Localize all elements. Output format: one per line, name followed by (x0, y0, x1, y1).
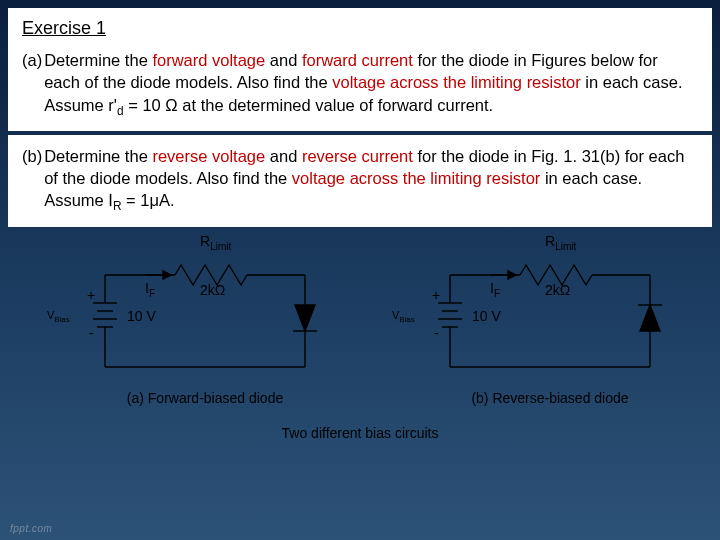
footer-logo: fppt.com (10, 523, 52, 534)
pa-s2: and (265, 51, 302, 69)
part-b-box: (b) Determine the reverse voltage and re… (8, 135, 712, 227)
ca-minus: - (89, 325, 94, 341)
pa-h2: forward current (302, 51, 413, 69)
ca-plus: + (87, 287, 95, 303)
pa-s1: Determine the (44, 51, 152, 69)
diagram-bottom-caption: Two different bias circuits (0, 425, 720, 441)
ca-rvalue: 2kΩ (200, 282, 225, 298)
cb-vbias: VBias (392, 309, 415, 324)
exercise-header-box: Exercise 1 (a) Determine the forward vol… (8, 8, 712, 131)
pb-s1: Determine the (44, 147, 152, 165)
pb-h3: voltage across the limiting resistor (292, 169, 541, 187)
part-b: (b) Determine the reverse voltage and re… (22, 145, 698, 215)
ca-vbias: VBias (47, 309, 70, 324)
svg-marker-9 (295, 305, 315, 331)
cb-rvalue: 2kΩ (545, 282, 570, 298)
svg-marker-14 (163, 271, 171, 279)
svg-marker-29 (508, 271, 516, 279)
pa-h3: voltage across the limiting resistor (332, 73, 581, 91)
circuit-a-svg (45, 235, 355, 395)
pb-s2: and (265, 147, 302, 165)
circuit-diagrams: RLimit IF 2kΩ 10 V + - VBias (a) Forward… (0, 227, 720, 487)
cb-minus: - (434, 325, 439, 341)
ca-rlimit: RLimit (200, 233, 231, 252)
circuit-b-svg (390, 235, 700, 395)
ca-caption: (a) Forward-biased diode (105, 390, 305, 406)
pb-h2: reverse current (302, 147, 413, 165)
pa-sub1: d (117, 104, 124, 118)
ca-voltage: 10 V (127, 308, 156, 324)
cb-caption: (b) Reverse-biased diode (450, 390, 650, 406)
cb-if: IF (490, 280, 500, 299)
pa-s5: = 10 Ω at the determined value of forwar… (124, 96, 494, 114)
pb-h1: reverse voltage (152, 147, 265, 165)
part-b-body: Determine the reverse voltage and revers… (44, 145, 698, 215)
cb-rlimit: RLimit (545, 233, 576, 252)
pb-sub1: R (113, 200, 122, 214)
circuit-a: RLimit IF 2kΩ 10 V + - VBias (a) Forward… (45, 235, 355, 405)
svg-marker-25 (640, 305, 660, 331)
exercise-title: Exercise 1 (22, 18, 698, 39)
part-a: (a) Determine the forward voltage and fo… (22, 49, 698, 119)
part-a-label: (a) (22, 49, 44, 119)
part-a-body: Determine the forward voltage and forwar… (44, 49, 698, 119)
circuit-b: RLimit IF 2kΩ 10 V + - VBias (b) Reverse… (390, 235, 700, 405)
cb-voltage: 10 V (472, 308, 501, 324)
pb-s5: = 1μA. (122, 191, 175, 209)
cb-plus: + (432, 287, 440, 303)
part-b-label: (b) (22, 145, 44, 215)
pa-h1: forward voltage (152, 51, 265, 69)
ca-if: IF (145, 280, 155, 299)
